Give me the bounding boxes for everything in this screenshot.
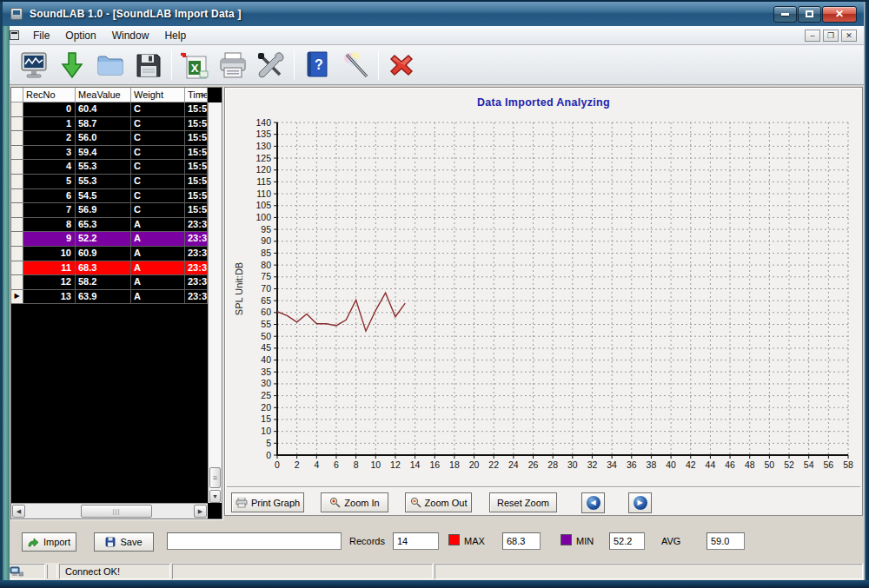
export-excel-button[interactable]: X xyxy=(176,49,214,82)
cell-weight[interactable]: A xyxy=(131,232,185,247)
row-selector[interactable] xyxy=(11,146,23,161)
table-row[interactable]: 555.3C15:54 xyxy=(11,175,208,189)
min-input[interactable]: 52.2 xyxy=(609,532,645,550)
title-bar[interactable]: SoundLAB 1.0 - [SoundLAB Import Data ] ✕ xyxy=(2,2,867,26)
cell-meavalue[interactable]: 54.5 xyxy=(76,189,131,204)
table-horizontal-scrollbar[interactable]: ◀ ||| ▶ xyxy=(11,503,208,519)
max-input[interactable]: 68.3 xyxy=(502,532,541,550)
column-header-weight[interactable]: Weight xyxy=(131,88,185,102)
cell-weight[interactable]: A xyxy=(131,275,185,290)
filename-input[interactable] xyxy=(167,532,342,550)
print-button[interactable] xyxy=(214,49,252,82)
scroll-left-button[interactable]: ◀ xyxy=(581,492,605,513)
open-file-button[interactable] xyxy=(91,49,129,82)
row-selector[interactable] xyxy=(11,261,23,276)
zoom-out-button[interactable]: Zoom Out xyxy=(405,492,472,512)
cell-meavalue[interactable]: 60.9 xyxy=(76,247,131,261)
menu-item-option[interactable]: Option xyxy=(57,26,103,45)
help-button[interactable]: ? xyxy=(298,49,336,82)
minimize-button[interactable] xyxy=(773,6,797,23)
cell-meavalue[interactable]: 60.4 xyxy=(76,102,131,117)
print-graph-button[interactable]: Print Graph xyxy=(231,492,304,512)
cell-time[interactable]: 15:54 xyxy=(185,175,208,189)
cell-time[interactable]: 23:30 xyxy=(185,232,208,247)
cell-time[interactable]: 15:54 xyxy=(185,189,208,204)
cell-time[interactable]: 15:54 xyxy=(185,146,208,161)
row-selector[interactable] xyxy=(11,203,23,218)
cell-recno[interactable]: 6 xyxy=(23,189,76,204)
hscroll-thumb[interactable]: ||| xyxy=(81,505,152,518)
cell-recno[interactable]: 13 xyxy=(23,290,76,305)
cell-weight[interactable]: C xyxy=(131,189,185,204)
cell-meavalue[interactable]: 58.7 xyxy=(76,117,131,132)
cell-meavalue[interactable]: 52.2 xyxy=(76,232,131,247)
cell-recno[interactable]: 3 xyxy=(23,146,76,161)
table-row[interactable]: 756.9C15:54 xyxy=(11,203,208,218)
maximize-button[interactable] xyxy=(798,6,821,23)
table-row[interactable]: 359.4C15:54 xyxy=(11,146,208,161)
mdi-minimize-button[interactable]: – xyxy=(805,30,820,42)
cell-meavalue[interactable]: 55.3 xyxy=(76,175,131,189)
cell-time[interactable]: 23:30 xyxy=(185,247,208,261)
row-selector[interactable] xyxy=(11,131,23,146)
cell-time[interactable]: 23:30 xyxy=(185,290,208,305)
cell-recno[interactable]: 9 xyxy=(23,232,76,247)
row-selector[interactable] xyxy=(11,175,23,189)
cell-weight[interactable]: C xyxy=(131,131,185,146)
hscroll-left-arrow[interactable]: ◀ xyxy=(12,505,25,518)
scroll-right-button[interactable]: ▶ xyxy=(628,492,652,513)
row-selector[interactable] xyxy=(11,218,23,233)
row-selector[interactable] xyxy=(11,275,23,290)
row-selector[interactable] xyxy=(11,189,23,204)
table-row[interactable]: 1258.2A23:30 xyxy=(11,275,208,290)
table-row[interactable]: 952.2A23:30 xyxy=(11,232,208,247)
cell-weight[interactable]: C xyxy=(131,203,185,218)
cell-meavalue[interactable]: 55.3 xyxy=(76,160,131,175)
cell-recno[interactable]: 4 xyxy=(23,160,76,175)
table-row[interactable]: 060.4C15:54 xyxy=(11,102,208,117)
cell-recno[interactable]: 0 xyxy=(23,102,76,117)
row-selector[interactable] xyxy=(11,247,23,261)
table-row[interactable]: 455.3C15:54 xyxy=(11,160,208,175)
vscroll-down-arrow[interactable]: ▼ xyxy=(209,490,221,503)
cell-meavalue[interactable]: 59.4 xyxy=(76,146,131,161)
cell-recno[interactable]: 5 xyxy=(23,175,76,189)
table-row[interactable]: 654.5C15:54 xyxy=(11,189,208,204)
cell-recno[interactable]: 8 xyxy=(23,218,76,233)
column-header-recno[interactable]: RecNo xyxy=(23,88,76,102)
menu-item-help[interactable]: Help xyxy=(156,26,194,45)
save-file-button[interactable] xyxy=(129,49,168,82)
column-header-meavalue[interactable]: MeaValue xyxy=(76,88,131,102)
cell-meavalue[interactable]: 56.0 xyxy=(76,131,131,146)
close-button[interactable]: ✕ xyxy=(822,6,857,23)
avg-input[interactable]: 59.0 xyxy=(706,532,745,550)
menu-item-file[interactable]: File xyxy=(25,26,57,45)
cell-weight[interactable]: C xyxy=(131,117,185,132)
cell-time[interactable]: 15:54 xyxy=(185,203,208,218)
import-data-button[interactable] xyxy=(53,49,91,82)
cell-recno[interactable]: 10 xyxy=(23,247,76,261)
exit-button[interactable] xyxy=(382,49,421,82)
row-selector[interactable] xyxy=(11,160,23,175)
cell-recno[interactable]: 11 xyxy=(23,261,76,276)
current-row-marker[interactable]: ▶ xyxy=(11,290,23,305)
cell-time[interactable]: 23:30 xyxy=(185,261,208,276)
row-header-corner[interactable] xyxy=(11,88,23,102)
table-vertical-scrollbar[interactable]: ≡ ▼ xyxy=(208,102,222,503)
cell-meavalue[interactable]: 65.3 xyxy=(76,218,131,233)
cell-weight[interactable]: A xyxy=(131,261,185,276)
cell-weight[interactable]: C xyxy=(131,102,185,117)
table-row[interactable]: 256.0C15:54 xyxy=(11,131,208,146)
row-selector[interactable] xyxy=(11,232,23,247)
table-row[interactable]: 158.7C15:54 xyxy=(11,117,208,132)
reset-zoom-button[interactable]: Reset Zoom xyxy=(489,492,557,512)
table-row[interactable]: ▶1363.9A23:30 xyxy=(11,290,208,305)
mdi-restore-button[interactable]: ❐ xyxy=(823,30,839,42)
vscroll-thumb[interactable]: ≡ xyxy=(209,467,221,488)
records-input[interactable]: 14 xyxy=(393,532,439,550)
cell-meavalue[interactable]: 63.9 xyxy=(76,290,131,305)
cell-weight[interactable]: C xyxy=(131,175,185,189)
wizard-button[interactable] xyxy=(336,49,375,82)
hscroll-right-arrow[interactable]: ▶ xyxy=(194,505,207,518)
table-row[interactable]: 865.3A23:30 xyxy=(11,218,208,233)
